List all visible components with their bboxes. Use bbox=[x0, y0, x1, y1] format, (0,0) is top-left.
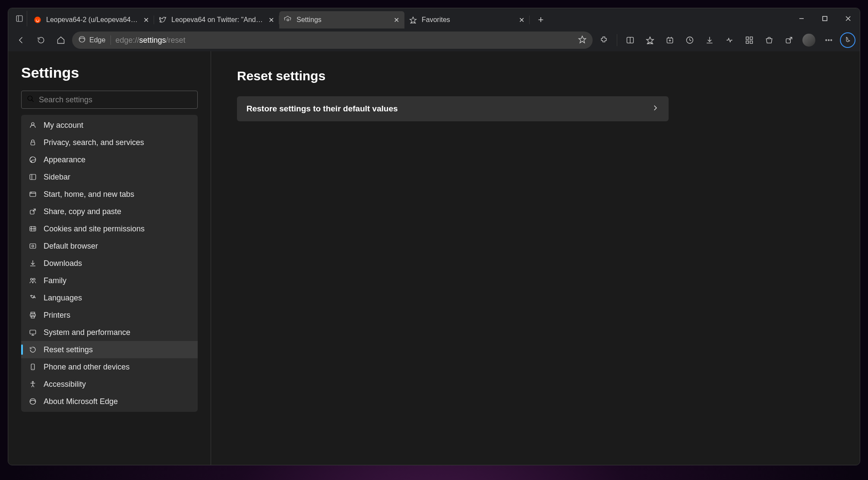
svg-point-5 bbox=[287, 19, 289, 21]
sidebar-item-label: Family bbox=[44, 276, 66, 285]
edge-icon bbox=[28, 398, 38, 405]
close-window-button[interactable] bbox=[836, 8, 860, 29]
tab-title: Leopeva64-2 (u/Leopeva64-2) - R bbox=[46, 16, 138, 24]
svg-point-37 bbox=[32, 123, 34, 125]
sidebar-item-lock[interactable]: Privacy, search, and services bbox=[21, 134, 198, 151]
close-tab-button[interactable]: ✕ bbox=[518, 16, 525, 24]
url-suffix: /reset bbox=[166, 36, 185, 44]
tab[interactable]: Favorites ✕ bbox=[404, 11, 530, 28]
sidebar-item-reset[interactable]: Reset settings bbox=[21, 341, 198, 358]
favorite-star-button[interactable] bbox=[578, 35, 587, 45]
search-settings-input[interactable] bbox=[39, 95, 192, 104]
split-screen-button[interactable] bbox=[622, 32, 639, 49]
toolbar: Edge edge://settings/reset bbox=[8, 29, 860, 51]
sidebar-item-languages[interactable]: Languages bbox=[21, 289, 198, 306]
site-label: Edge bbox=[89, 36, 105, 44]
svg-rect-27 bbox=[750, 37, 753, 40]
sidebar-item-label: Printers bbox=[44, 311, 70, 320]
chevron-right-icon bbox=[651, 104, 659, 114]
page-title: Reset settings bbox=[237, 69, 834, 83]
settings-icon bbox=[284, 16, 292, 24]
tab[interactable]: Settings ✕ bbox=[279, 11, 404, 28]
sidebar-item-label: Cookies and site permissions bbox=[44, 224, 145, 234]
shopping-button[interactable] bbox=[761, 32, 778, 49]
sidebar-item-printer[interactable]: Printers bbox=[21, 306, 198, 324]
tab-actions-button[interactable] bbox=[12, 11, 27, 26]
svg-point-2 bbox=[35, 17, 41, 23]
address-bar[interactable]: Edge edge://settings/reset bbox=[72, 32, 593, 49]
tab[interactable]: Leopeva64 on Twitter: "And here ✕ bbox=[154, 11, 279, 28]
svg-point-66 bbox=[32, 381, 34, 382]
tab-title: Leopeva64 on Twitter: "And here bbox=[171, 16, 263, 24]
sidebar-item-phone[interactable]: Phone and other devices bbox=[21, 358, 198, 376]
svg-rect-28 bbox=[746, 41, 749, 44]
refresh-button[interactable] bbox=[32, 32, 50, 49]
apps-button[interactable] bbox=[741, 32, 758, 49]
home-button[interactable] bbox=[52, 32, 69, 49]
svg-rect-0 bbox=[16, 16, 22, 22]
svg-rect-9 bbox=[823, 16, 827, 21]
sidebar-item-system[interactable]: System and performance bbox=[21, 324, 198, 341]
sidebar-item-label: Reset settings bbox=[44, 345, 93, 354]
tab[interactable]: Leopeva64-2 (u/Leopeva64-2) - R ✕ bbox=[29, 11, 154, 28]
settings-nav: My account Privacy, search, and services… bbox=[21, 115, 198, 412]
sidebar-item-accessibility[interactable]: Accessibility bbox=[21, 376, 198, 393]
sidebar-item-label: About Microsoft Edge bbox=[44, 397, 118, 406]
new-tab-button[interactable]: + bbox=[533, 12, 549, 28]
close-tab-button[interactable]: ✕ bbox=[392, 16, 400, 24]
close-tab-button[interactable]: ✕ bbox=[267, 16, 275, 24]
svg-rect-29 bbox=[750, 41, 753, 44]
window-controls bbox=[790, 8, 860, 29]
svg-point-4 bbox=[38, 20, 39, 21]
sidebar-item-label: Share, copy and paste bbox=[44, 207, 121, 216]
more-menu-button[interactable] bbox=[820, 32, 837, 49]
home-tab-icon bbox=[28, 190, 38, 198]
favorites-button[interactable] bbox=[641, 32, 659, 49]
sidebar-item-label: My account bbox=[44, 121, 83, 130]
sidebar-item-label: Phone and other devices bbox=[44, 363, 129, 372]
sidebar-item-family[interactable]: Family bbox=[21, 272, 198, 289]
browser-window: Leopeva64-2 (u/Leopeva64-2) - R ✕ Leopev… bbox=[8, 8, 860, 465]
history-button[interactable] bbox=[681, 32, 698, 49]
restore-defaults-label: Restore settings to their default values bbox=[246, 104, 398, 114]
restore-defaults-button[interactable]: Restore settings to their default values bbox=[237, 96, 669, 121]
svg-line-36 bbox=[32, 100, 34, 102]
sidebar-item-cookies[interactable]: Cookies and site permissions bbox=[21, 220, 198, 237]
sidebar-item-label: Accessibility bbox=[44, 380, 86, 389]
profile-button[interactable] bbox=[800, 32, 817, 49]
reddit-icon bbox=[33, 16, 42, 24]
settings-title: Settings bbox=[21, 64, 198, 81]
favorites-icon bbox=[409, 16, 417, 24]
sidebar-item-appearance[interactable]: Appearance bbox=[21, 151, 198, 168]
sidebar-item-account[interactable]: My account bbox=[21, 117, 198, 134]
sidebar-item-sidebar[interactable]: Sidebar bbox=[21, 168, 198, 186]
bing-chat-button[interactable] bbox=[840, 32, 855, 48]
site-identity[interactable]: Edge bbox=[78, 35, 111, 45]
minimize-button[interactable] bbox=[790, 8, 813, 29]
url-active: settings bbox=[139, 36, 166, 44]
twitter-icon bbox=[158, 16, 167, 24]
svg-point-52 bbox=[32, 245, 34, 247]
toolbar-divider bbox=[617, 34, 617, 46]
url-prefix: edge:// bbox=[115, 36, 139, 44]
lock-icon bbox=[28, 139, 38, 146]
sidebar-item-share[interactable]: Share, copy and paste bbox=[21, 203, 198, 220]
back-button[interactable] bbox=[13, 32, 30, 49]
settings-main: Reset settings Restore settings to their… bbox=[211, 51, 860, 465]
sidebar-item-default-browser[interactable]: Default browser bbox=[21, 237, 198, 255]
search-settings-field[interactable] bbox=[21, 91, 198, 109]
extensions-button[interactable] bbox=[595, 32, 612, 49]
downloads-button[interactable] bbox=[701, 32, 718, 49]
sidebar-item-edge[interactable]: About Microsoft Edge bbox=[21, 393, 198, 410]
sidebar-item-label: Downloads bbox=[44, 259, 82, 268]
share-page-button[interactable] bbox=[780, 32, 798, 49]
sidebar-item-download[interactable]: Downloads bbox=[21, 255, 198, 272]
sidebar-item-label: Start, home, and new tabs bbox=[44, 190, 134, 199]
account-icon bbox=[28, 121, 38, 129]
wellness-button[interactable] bbox=[721, 32, 738, 49]
close-tab-button[interactable]: ✕ bbox=[142, 16, 150, 24]
sidebar-item-home-tab[interactable]: Start, home, and new tabs bbox=[21, 186, 198, 203]
maximize-button[interactable] bbox=[813, 8, 836, 29]
accessibility-icon bbox=[28, 380, 38, 388]
collections-button[interactable] bbox=[661, 32, 679, 49]
